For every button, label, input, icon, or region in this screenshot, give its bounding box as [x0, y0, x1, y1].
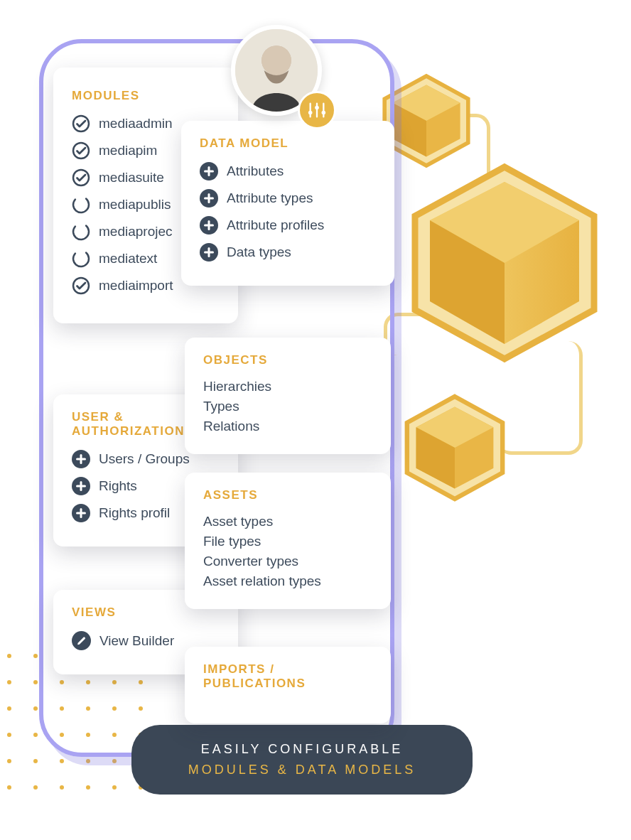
assets-title: ASSETS — [203, 488, 372, 502]
module-label: mediapim — [99, 143, 157, 158]
svg-point-5 — [322, 111, 326, 115]
plus-icon — [200, 189, 218, 208]
module-label: mediaprojec — [99, 224, 173, 239]
item-label: Types — [203, 399, 239, 414]
modules-title: MODULES — [72, 89, 220, 103]
tagline-line2: MODULES & DATA MODELS — [153, 760, 451, 780]
item-label: Rights profil — [99, 505, 170, 521]
item-label: Attributes — [227, 163, 284, 179]
item-label: Attribute types — [227, 190, 313, 206]
check-icon — [72, 141, 90, 160]
assets-list: Asset types File types Converter types A… — [203, 514, 372, 589]
list-item[interactable]: Types — [203, 399, 372, 414]
assets-card: ASSETS Asset types File types Converter … — [185, 473, 391, 609]
item-label: Hierarchies — [203, 379, 271, 394]
list-item[interactable]: Hierarchies — [203, 379, 372, 394]
tagline-line1: EASILY CONFIGURABLE — [201, 742, 403, 756]
item-label: Converter types — [203, 554, 298, 569]
item-label: Relations — [203, 419, 259, 434]
item-label: Asset types — [203, 514, 273, 529]
plus-icon — [72, 477, 90, 495]
module-label: mediatext — [99, 251, 157, 266]
item-label: Users / Groups — [99, 451, 190, 467]
list-item[interactable]: File types — [203, 534, 372, 549]
check-icon — [72, 168, 90, 187]
check-icon — [72, 114, 90, 133]
item-label: File types — [203, 534, 261, 549]
list-item[interactable]: Converter types — [203, 554, 372, 569]
svg-point-11 — [72, 249, 90, 268]
list-item[interactable]: Attribute types — [200, 189, 376, 208]
cube-icon-large — [398, 156, 611, 372]
settings-sliders-icon[interactable] — [298, 91, 336, 129]
data-model-list: Attributes Attribute types Attribute pro… — [200, 162, 376, 262]
plus-icon — [200, 162, 218, 181]
svg-point-3 — [308, 111, 313, 115]
plus-icon — [200, 243, 218, 262]
list-item[interactable]: Asset types — [203, 514, 372, 529]
module-label: mediasuite — [99, 170, 164, 185]
plus-icon — [200, 216, 218, 235]
check-icon — [72, 222, 90, 241]
list-item[interactable]: Attributes — [200, 162, 376, 181]
list-item[interactable]: Attribute profiles — [200, 216, 376, 235]
check-icon — [72, 249, 90, 268]
module-label: mediaadmin — [99, 116, 173, 131]
objects-card: OBJECTS Hierarchies Types Relations — [185, 338, 391, 454]
data-model-card: DATA MODEL Attributes Attribute types At… — [181, 121, 394, 286]
list-item[interactable]: Asset relation types — [203, 574, 372, 589]
svg-point-2 — [261, 45, 291, 75]
objects-list: Hierarchies Types Relations — [203, 379, 372, 434]
objects-title: OBJECTS — [203, 353, 372, 367]
data-model-title: DATA MODEL — [200, 136, 376, 151]
item-label: Rights — [99, 478, 137, 494]
pencil-icon — [72, 631, 91, 650]
imports-title: IMPORTS / PUBLICATIONS — [203, 662, 372, 691]
plus-icon — [72, 504, 90, 522]
tagline-banner: EASILY CONFIGURABLE MODULES & DATA MODEL… — [131, 725, 473, 795]
svg-point-9 — [72, 195, 90, 214]
check-icon — [72, 195, 90, 214]
cube-icon-small — [398, 391, 512, 507]
item-label: Attribute profiles — [227, 217, 324, 233]
module-label: mediaimport — [99, 278, 173, 294]
svg-point-4 — [315, 106, 319, 110]
module-label: mediapublis — [99, 197, 171, 212]
item-label: Asset relation types — [203, 574, 321, 589]
item-label: Data types — [227, 244, 291, 260]
svg-point-10 — [72, 222, 90, 241]
list-item[interactable]: Relations — [203, 419, 372, 434]
item-label: View Builder — [99, 633, 174, 649]
list-item[interactable]: Data types — [200, 243, 376, 262]
plus-icon — [72, 450, 90, 468]
check-icon — [72, 276, 90, 295]
imports-card: IMPORTS / PUBLICATIONS — [185, 647, 391, 723]
